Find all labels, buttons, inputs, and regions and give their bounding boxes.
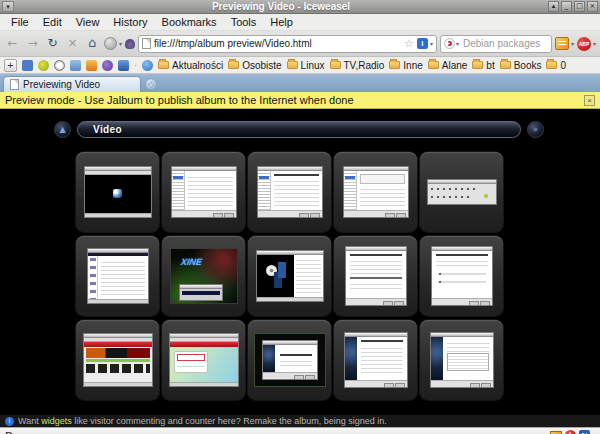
menu-file[interactable]: File [4, 14, 36, 30]
search-engine-debian-icon[interactable] [444, 38, 455, 49]
thumbnail-wizard-options[interactable] [420, 236, 503, 316]
thumb-realplayer-desktop [254, 333, 326, 387]
bookmark-label: Alane [442, 60, 468, 71]
status-bar: Done N ▾ [0, 427, 600, 434]
menu-tools[interactable]: Tools [224, 14, 264, 30]
scrapbook-icon[interactable] [555, 37, 569, 50]
clock-icon[interactable] [54, 60, 65, 71]
globe-icon[interactable] [142, 60, 153, 71]
search-engine-dropdown-icon[interactable]: ▾ [456, 40, 459, 47]
bookmark-folder-tvradio[interactable]: TV,Radio [330, 60, 385, 71]
xine-control-window [179, 284, 223, 301]
mail-icon[interactable] [70, 60, 81, 71]
thumb-installer-license [430, 332, 494, 388]
thumbnail-mixer[interactable] [420, 152, 503, 232]
installer-side-graphic [263, 345, 275, 372]
bookmark-star-icon[interactable]: ☆ [404, 39, 414, 49]
extension-circle-icon[interactable] [104, 37, 117, 50]
paw-extension-icon[interactable] [125, 39, 135, 49]
bird-icon[interactable] [38, 60, 49, 71]
bookmark-folder-aktualnosci[interactable]: Aktualności [158, 60, 223, 71]
mini-paragraph [350, 258, 402, 274]
thumbnail-preferences-1[interactable] [162, 152, 245, 232]
thumbnail-browser-page[interactable] [162, 320, 245, 400]
mini-form [360, 174, 405, 207]
statusbar-icons: N ▾ [550, 430, 595, 434]
info-badge-icon[interactable]: i [417, 38, 428, 49]
scrapbook-dropdown-icon[interactable]: ▾ [571, 40, 574, 47]
new-tab-button[interactable]: ◇ [145, 78, 157, 90]
bookmark-folder-inne[interactable]: Inne [389, 60, 422, 71]
mini-buttons [431, 380, 493, 387]
plus-icon[interactable]: + [4, 59, 17, 72]
thumbnail-xine[interactable]: XINE [162, 236, 245, 316]
mini-lines [361, 345, 403, 375]
minimize-button[interactable]: _ [561, 1, 572, 12]
mini-heading [280, 354, 312, 356]
mini-body [88, 256, 148, 299]
adblock-plus-icon[interactable]: ABP [577, 37, 591, 51]
bookmark-folder-osobiste[interactable]: Osobiste [228, 60, 281, 71]
widgets-link[interactable]: widgets [41, 416, 72, 426]
notification-close-icon[interactable]: × [584, 95, 595, 106]
thumbnail-settings[interactable] [76, 236, 159, 316]
window-icon[interactable] [22, 60, 33, 71]
urlbar-dropdown-icon[interactable]: ▾ [430, 40, 433, 47]
adblock-dropdown-icon[interactable]: ▾ [593, 40, 596, 47]
thumbnail-realplayer-welcome[interactable] [248, 320, 331, 400]
thumbnail-media-player[interactable] [76, 152, 159, 232]
album-up-button[interactable]: ▲ [54, 121, 71, 138]
menu-view[interactable]: View [69, 14, 107, 30]
thumb-wizard-welcome [345, 246, 407, 306]
thumbnail-wizard-welcome[interactable] [334, 236, 417, 316]
album-next-button[interactable]: » [527, 121, 544, 138]
noscript-status-icon[interactable]: N [579, 430, 590, 434]
menu-help[interactable]: Help [263, 14, 300, 30]
adblock-status-icon[interactable] [565, 430, 576, 434]
bookmark-folder-linux[interactable]: Linux [287, 60, 325, 71]
menu-bookmarks[interactable]: Bookmarks [155, 14, 224, 30]
close-button[interactable]: × [587, 1, 598, 12]
bookmark-folder-alane[interactable]: Alane [428, 60, 468, 71]
mini-split [263, 345, 317, 372]
thumb-xine-desktop: XINE [170, 248, 238, 304]
thumbnail-preferences-3[interactable] [334, 152, 417, 232]
reload-button[interactable]: ↻ [44, 35, 61, 52]
search-bar[interactable]: ▾ [440, 35, 552, 53]
bookmark-folder-bt[interactable]: bt [472, 60, 494, 71]
shade-button[interactable]: ▴ [548, 1, 559, 12]
tab-previewing-video[interactable]: Previewing Video [3, 76, 141, 92]
grapes-icon[interactable] [102, 60, 113, 71]
maximize-button[interactable]: □ [574, 1, 585, 12]
bookmark-folder-0[interactable]: 0 [546, 60, 566, 71]
thumbnail-installer-license[interactable] [420, 320, 503, 400]
forward-button[interactable]: → [24, 35, 41, 52]
search-input[interactable] [461, 37, 548, 50]
mini-sidebar [258, 171, 271, 210]
floppy-icon[interactable] [118, 60, 129, 71]
mini-body [345, 337, 407, 380]
home-button[interactable]: ⌂ [84, 35, 101, 52]
mini-fieldset [360, 174, 405, 184]
menu-history[interactable]: History [106, 14, 154, 30]
thumbnail-preferences-2[interactable] [248, 152, 331, 232]
menu-edit[interactable]: Edit [36, 14, 69, 30]
mini-body [170, 347, 238, 382]
footer-suffix: like visitor commenting and counter here… [72, 416, 387, 426]
url-text[interactable]: file:///tmp/album preview/Video.html [154, 38, 401, 49]
thumbnail-row: XINE [76, 236, 600, 316]
window-menu-button[interactable]: ▾ [2, 1, 14, 12]
mini-paragraph [350, 281, 402, 289]
url-bar[interactable]: file:///tmp/album preview/Video.html ☆ i… [138, 35, 437, 53]
stop-button[interactable]: × [64, 35, 81, 52]
thumbnail-cd-player[interactable] [248, 236, 331, 316]
tab-label: Previewing Video [23, 79, 100, 90]
lamp-icon[interactable] [86, 60, 97, 71]
scrapbook-status-icon[interactable] [550, 431, 562, 434]
extension-dropdown-icon[interactable]: ▾ [119, 40, 122, 47]
bookmark-label: Inne [403, 60, 422, 71]
back-button[interactable]: ← [4, 35, 21, 52]
thumbnail-browser-site[interactable] [76, 320, 159, 400]
thumbnail-installer-info[interactable] [334, 320, 417, 400]
bookmark-folder-books[interactable]: Books [500, 60, 542, 71]
